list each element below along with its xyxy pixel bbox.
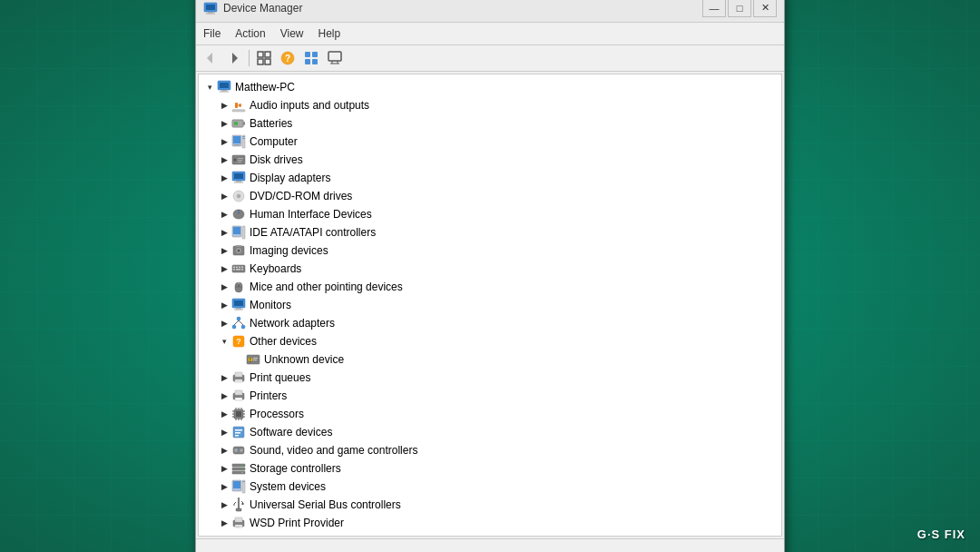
network-icon	[231, 316, 246, 330]
svg-rect-52	[233, 227, 240, 234]
tree-audio[interactable]: ▶ Audio inputs and outputs	[199, 96, 781, 114]
svg-rect-133	[235, 518, 242, 522]
svg-rect-59	[233, 267, 235, 269]
svg-rect-110	[235, 435, 239, 437]
usb-label: Universal Serial Bus controllers	[250, 498, 401, 511]
svg-rect-92	[235, 398, 242, 400]
expand-processors[interactable]: ▶	[217, 407, 231, 421]
forward-button[interactable]	[223, 48, 245, 68]
tree-batteries[interactable]: ▶ Batteries	[199, 114, 781, 133]
maximize-button[interactable]: □	[728, 0, 751, 17]
expand-root[interactable]: ▾	[202, 80, 217, 94]
monitor-button[interactable]	[324, 48, 346, 68]
expand-system[interactable]: ▶	[217, 479, 231, 494]
tree-storage[interactable]: ▶ Storage controllers	[199, 459, 781, 478]
tree-monitors[interactable]: ▶ Monitors	[199, 296, 781, 314]
svg-point-37	[234, 159, 237, 162]
expand-disk[interactable]: ▶	[217, 153, 231, 167]
expand-audio[interactable]: ▶	[217, 98, 231, 113]
disk-icon	[231, 153, 246, 167]
expand-printers[interactable]: ▶	[217, 389, 231, 403]
display-icon	[231, 171, 246, 185]
back-button[interactable]	[200, 48, 221, 68]
expand-network[interactable]: ▶	[217, 316, 231, 330]
expand-computer[interactable]: ▶	[217, 134, 231, 149]
expand-storage[interactable]: ▶	[217, 461, 231, 476]
expand-unknown[interactable]: ▶	[231, 352, 246, 367]
expand-hid[interactable]: ▶	[217, 207, 231, 222]
svg-rect-29	[234, 122, 238, 125]
expand-wsd[interactable]: ▶	[217, 516, 231, 530]
disk-label: Disk drives	[250, 153, 303, 166]
tree-dvd[interactable]: ▶ DVD/CD-ROM drives	[199, 187, 781, 205]
menu-view[interactable]: View	[273, 25, 311, 43]
svg-rect-116	[232, 468, 245, 470]
tree-mice[interactable]: ▶ Mice and other pointing devices	[199, 278, 781, 296]
expand-keyboards[interactable]: ▶	[217, 261, 231, 276]
expand-sound[interactable]: ▶	[217, 443, 231, 458]
tree-other-devices[interactable]: ▾ ? Other devices	[199, 332, 781, 350]
tree-print-queues[interactable]: ▶ Print queues	[199, 369, 781, 387]
tree-usb[interactable]: ▶ Universal Serial Bus controllers	[199, 496, 781, 514]
svg-point-114	[238, 449, 240, 451]
tree-ide[interactable]: ▶ IDE ATA/ATAPI controllers	[199, 223, 781, 242]
svg-point-119	[241, 468, 243, 470]
processors-icon	[231, 407, 246, 421]
tree-software-devices[interactable]: ▶ Software devices	[199, 423, 781, 441]
expand-other[interactable]: ▾	[217, 334, 231, 349]
svg-rect-91	[235, 390, 242, 395]
svg-rect-28	[243, 122, 245, 125]
svg-point-118	[241, 465, 243, 467]
expand-ide[interactable]: ▶	[217, 225, 231, 240]
tree-sound[interactable]: ▶ Sound, video and game controllers	[199, 441, 781, 459]
svg-rect-6	[258, 52, 263, 57]
expand-monitors[interactable]: ▶	[217, 298, 231, 312]
print-queues-label: Print queues	[250, 371, 310, 384]
svg-point-126	[238, 498, 240, 499]
menu-file[interactable]: File	[196, 25, 228, 43]
software-devices-label: Software devices	[250, 426, 332, 439]
tree-hid[interactable]: ▶ Human Interface Devices	[199, 205, 781, 223]
expand-display[interactable]: ▶	[217, 171, 231, 185]
svg-rect-21	[220, 83, 229, 88]
svg-rect-115	[232, 464, 245, 467]
svg-rect-31	[233, 136, 240, 143]
mice-label: Mice and other pointing devices	[250, 281, 403, 293]
menu-action[interactable]: Action	[228, 25, 272, 43]
expand-mice[interactable]: ▶	[217, 280, 231, 294]
svg-rect-123	[242, 480, 245, 493]
tree-keyboards[interactable]: ▶ Keyboards	[199, 260, 781, 278]
svg-rect-62	[241, 267, 243, 269]
tree-computer[interactable]: ▶ Computer	[199, 133, 781, 151]
expand-dvd[interactable]: ▶	[217, 189, 231, 203]
close-button[interactable]: ✕	[753, 0, 777, 17]
tree-processors[interactable]: ▶ Proces	[199, 405, 781, 423]
tree-network[interactable]: ▶ Network adapters	[199, 314, 781, 332]
tree-imaging[interactable]: ▶ Imaging devices	[199, 242, 781, 260]
device-tree[interactable]: ▾ Matthew-PC ▶	[198, 74, 782, 537]
menu-help[interactable]: Help	[311, 25, 348, 43]
monitors-icon	[231, 298, 246, 312]
expand-print-queues[interactable]: ▶	[217, 370, 231, 385]
tree-printers[interactable]: ▶ Printers	[199, 387, 781, 405]
expand-usb[interactable]: ▶	[217, 498, 231, 512]
svg-rect-122	[233, 481, 240, 488]
tree-display[interactable]: ▶ Display adapters	[199, 169, 781, 187]
tree-unknown-device[interactable]: ▶ ! Unknown device	[199, 350, 781, 369]
expand-software[interactable]: ▶	[217, 425, 231, 439]
tree-root[interactable]: ▾ Matthew-PC	[199, 78, 781, 96]
computer-label: Computer	[250, 135, 298, 148]
minimize-button[interactable]: —	[702, 0, 726, 17]
title-bar: Device Manager — □ ✕	[196, 0, 784, 23]
expand-imaging[interactable]: ▶	[217, 243, 231, 258]
printers-label: Printers	[250, 389, 287, 402]
expand-batteries[interactable]: ▶	[217, 116, 231, 131]
properties-grid-button[interactable]	[253, 48, 275, 68]
system-icon	[231, 479, 246, 494]
tree-system[interactable]: ▶ System devices	[199, 478, 781, 496]
tree-wsd[interactable]: ▶ WSD Print Provider	[199, 514, 781, 532]
svg-rect-24	[235, 103, 238, 108]
help-button[interactable]: ?	[277, 48, 299, 68]
update-button[interactable]	[300, 48, 322, 68]
tree-disk-drives[interactable]: ▶ Disk drives	[199, 151, 781, 169]
